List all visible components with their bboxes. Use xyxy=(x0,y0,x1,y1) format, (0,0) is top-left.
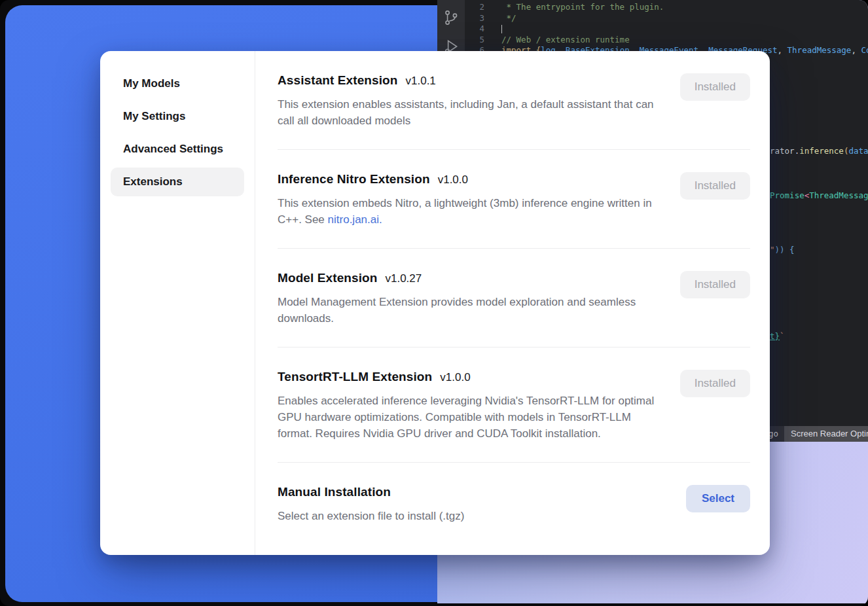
sidebar-item-extensions[interactable]: Extensions xyxy=(111,168,244,196)
source-control-icon[interactable] xyxy=(443,9,460,26)
extension-info: Assistant Extension v1.0.1 This extensio… xyxy=(278,73,656,129)
code-text: * The entrypoint for the plugin. xyxy=(484,2,664,13)
select-file-button[interactable]: Select xyxy=(686,485,750,512)
line-number: 5 xyxy=(465,35,484,46)
text-cursor xyxy=(501,25,502,33)
extension-title-row: Manual Installation xyxy=(278,485,656,499)
settings-modal: My Models My Settings Advanced Settings … xyxy=(100,51,770,555)
extension-title: TensortRT-LLM Extension xyxy=(278,370,432,384)
extension-title: Model Extension xyxy=(278,271,377,285)
code-fragment: ")) { xyxy=(770,245,795,255)
extension-action: Installed xyxy=(680,370,750,442)
code-line: 2 * The entrypoint for the plugin. xyxy=(465,2,868,13)
extension-info: Model Extension v1.0.27 Model Management… xyxy=(278,271,656,327)
code-line: 4 xyxy=(465,24,868,35)
line-number: 2 xyxy=(465,2,484,13)
code-text: // Web / extension runtime xyxy=(484,35,630,46)
extension-info: Inference Nitro Extension v1.0.0 This ex… xyxy=(278,172,656,228)
extension-title: Assistant Extension xyxy=(278,73,398,88)
status-bar-text: go xyxy=(769,426,778,442)
line-number: 3 xyxy=(465,13,484,24)
code-line: 3 */ xyxy=(465,13,868,24)
extension-item-assistant: Assistant Extension v1.0.1 This extensio… xyxy=(278,51,750,150)
settings-sidebar: My Models My Settings Advanced Settings … xyxy=(100,51,255,555)
extension-title-row: Model Extension v1.0.27 xyxy=(278,271,656,285)
screen-reader-status-item[interactable]: Screen Reader Optimized xyxy=(784,426,868,442)
extension-info: TensortRT-LLM Extension v1.0.0 Enables a… xyxy=(278,370,656,442)
code-fragment: Promise<ThreadMessage> xyxy=(770,190,868,200)
extension-title-row: TensortRT-LLM Extension v1.0.0 xyxy=(278,370,656,384)
extension-title: Inference Nitro Extension xyxy=(278,172,430,187)
sidebar-item-my-settings[interactable]: My Settings xyxy=(111,102,244,131)
extension-action: Select xyxy=(686,485,750,524)
installed-button[interactable]: Installed xyxy=(680,172,750,200)
extension-version: v1.0.27 xyxy=(385,272,422,285)
section-title: Manual Installation xyxy=(278,485,391,499)
code-line: 5 // Web / extension runtime xyxy=(465,35,868,46)
extension-description: Model Management Extension provides mode… xyxy=(278,294,656,327)
sidebar-item-my-models[interactable]: My Models xyxy=(111,69,244,98)
manual-installation-section: Manual Installation Select an extension … xyxy=(278,463,750,544)
nitro-jan-ai-link[interactable]: nitro.jan.ai. xyxy=(328,213,382,226)
extension-description: This extension embeds Nitro, a lightweig… xyxy=(278,195,656,228)
extension-item-tensorrt-llm: TensortRT-LLM Extension v1.0.0 Enables a… xyxy=(278,348,750,463)
code-text xyxy=(484,24,502,35)
code-fragment: rator.inference(data)); xyxy=(770,146,868,156)
installed-button[interactable]: Installed xyxy=(680,73,750,101)
extension-version: v1.0.0 xyxy=(440,371,470,384)
extension-version: v1.0.0 xyxy=(438,173,468,187)
sidebar-item-advanced-settings[interactable]: Advanced Settings xyxy=(111,135,244,164)
screenshot-canvas: 2 * The entrypoint for the plugin. 3 */ … xyxy=(0,0,868,606)
installed-button[interactable]: Installed xyxy=(680,271,750,298)
line-number: 4 xyxy=(465,24,484,35)
extension-description: This extension enables assistants, inclu… xyxy=(278,96,656,129)
extensions-panel: Assistant Extension v1.0.1 This extensio… xyxy=(255,51,770,555)
installed-button[interactable]: Installed xyxy=(680,370,750,397)
section-description: Select an extension file to install (.tg… xyxy=(278,508,656,524)
extension-info: Manual Installation Select an extension … xyxy=(278,485,656,524)
extension-title-row: Inference Nitro Extension v1.0.0 xyxy=(278,172,656,187)
code-fragment: t}` xyxy=(770,331,785,341)
code-text: */ xyxy=(484,13,516,24)
extension-title-row: Assistant Extension v1.0.1 xyxy=(278,73,656,88)
extension-item-model: Model Extension v1.0.27 Model Management… xyxy=(278,249,750,348)
extension-action: Installed xyxy=(680,73,750,129)
extension-item-inference-nitro: Inference Nitro Extension v1.0.0 This ex… xyxy=(278,150,750,249)
code-area: 2 * The entrypoint for the plugin. 3 */ … xyxy=(465,2,868,56)
extension-version: v1.0.1 xyxy=(406,75,436,88)
extension-action: Installed xyxy=(680,271,750,327)
extension-action: Installed xyxy=(680,172,750,228)
extension-description: Enables accelerated inference leveraging… xyxy=(278,393,656,442)
